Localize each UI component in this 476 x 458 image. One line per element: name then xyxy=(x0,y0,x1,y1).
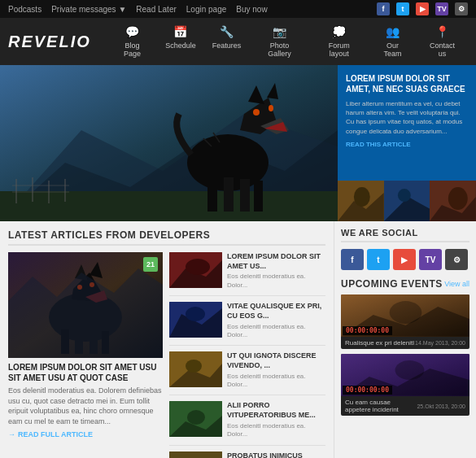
twitter-social-btn[interactable]: t xyxy=(367,249,390,270)
events-section-title: UPCOMING EVENTS xyxy=(341,278,443,290)
hero-side-panel: LOREM IPSUM DOLOR SIT AMET, NE NEC SUAS … xyxy=(338,65,476,221)
articles-section-title: LATEST ARTICLES FROM DEVELOPERS xyxy=(8,229,325,246)
svg-point-17 xyxy=(269,105,273,111)
forum-icon: 💭 xyxy=(332,25,346,38)
sidebar: WE ARE SOCIAL f t ▶ TV ⚙ UPCOMING EVENTS… xyxy=(334,221,476,458)
nav-schedule-label: Schedule xyxy=(165,41,196,50)
steam-topbar-icon[interactable]: ⚙ xyxy=(455,2,468,15)
svg-point-32 xyxy=(448,187,468,210)
event-date-1: 25.Okt 2013, 20:00 xyxy=(417,403,465,409)
articles-grid: 21 LOREM IPSUM DOLOR SIT AMET USU SIT AM… xyxy=(8,252,325,458)
nav-blog[interactable]: 💬 Blog Page xyxy=(107,19,157,64)
hero-creature-bg xyxy=(0,65,338,221)
svg-marker-45 xyxy=(8,268,163,358)
hero-thumb-2[interactable] xyxy=(384,181,430,221)
nav-forum[interactable]: 💭 Forum layout xyxy=(310,19,369,64)
article-title-1: VITAE QUALISQUE EX PRI, CU EOS G... xyxy=(227,302,325,321)
buy-link[interactable]: Buy now xyxy=(236,5,267,14)
schedule-icon: 📅 xyxy=(173,25,187,38)
svg-rect-19 xyxy=(224,177,234,212)
nav-blog-label: Blog Page xyxy=(116,41,149,58)
event-card-0: 00:00:00:00 Rualisque ex pri delenitl 14… xyxy=(341,294,469,349)
facebook-topbar-icon[interactable]: f xyxy=(377,2,390,15)
svg-point-66 xyxy=(390,301,422,324)
content-area: LATEST ARTICLES FROM DEVELOPERS xyxy=(0,221,334,458)
top-bar: Podcasts Private messages ▼ Read Later L… xyxy=(0,0,476,18)
article-title-4: PROBATUS INIMICUS ELOQUENTIA... xyxy=(227,451,325,458)
hero-side-content: LOREM IPSUM DOLOR SIT AMET, NE NEC SUAS … xyxy=(338,65,476,181)
featured-article: 21 LOREM IPSUM DOLOR SIT AMET USU SIT AM… xyxy=(8,252,163,458)
svg-point-26 xyxy=(354,187,370,207)
podcasts-link[interactable]: Podcasts xyxy=(8,5,41,14)
social-section: WE ARE SOCIAL f t ▶ TV ⚙ xyxy=(341,228,469,270)
hero-side-desc: Liber alterum mentitum ea vel, cu debet … xyxy=(346,99,468,136)
article-text-0: LOREM IPSUM DOLOR SIT AMET US... Eos del… xyxy=(227,252,325,290)
read-later-link[interactable]: Read Later xyxy=(136,5,176,14)
twitch-social-btn[interactable]: TV xyxy=(419,249,442,270)
hero-banner: LOREM IPSUM DOLOR SIT AMET, NE NEC SUAS … xyxy=(0,65,476,221)
hero-background-svg xyxy=(0,65,338,221)
blog-icon: 💬 xyxy=(125,25,139,38)
svg-point-69 xyxy=(395,360,425,380)
featured-article-desc: Eos delenitl moderatius ea. Dolorem defi… xyxy=(8,386,163,426)
svg-rect-20 xyxy=(240,179,250,212)
nav-gallery[interactable]: 📷 Photo Gallery xyxy=(249,19,309,64)
private-messages-link[interactable]: Private messages ▼ xyxy=(51,5,126,14)
list-item: ALII PORRO VITUPERATORIBUS ME... Eos del… xyxy=(169,401,325,445)
nav-team[interactable]: 👥 Our Team xyxy=(369,19,417,64)
article-img-4 xyxy=(169,451,222,458)
read-full-article-link[interactable]: READ FULL ARTICLE xyxy=(8,430,163,438)
features-icon: 🔧 xyxy=(220,25,234,38)
hero-thumb-3[interactable] xyxy=(430,181,476,221)
article-desc-0: Eos delenitl moderatius ea. Dolor... xyxy=(227,273,325,290)
youtube-topbar-icon[interactable]: ▶ xyxy=(416,2,429,15)
nav-schedule[interactable]: 📅 Schedule xyxy=(157,19,204,64)
hero-thumb-1[interactable] xyxy=(338,181,384,221)
article-text-3: ALII PORRO VITUPERATORIBUS ME... Eos del… xyxy=(227,401,325,438)
nav-contact-label: Contact us xyxy=(425,41,460,58)
facebook-social-btn[interactable]: f xyxy=(341,249,364,270)
list-item: PROBATUS INIMICUS ELOQUENTIA... Eos dele… xyxy=(169,451,325,458)
event-timer-0: 00:00:00:00 xyxy=(343,326,392,335)
event-info-0: Rualisque ex pri delenitl 14.May 2013, 2… xyxy=(341,337,469,349)
article-text-2: UT QUI IGNOTA DISCERE VIVENDO, ... Eos d… xyxy=(227,351,325,389)
event-card-1: 00:00:00:00 Cu eam causae appetere incid… xyxy=(341,354,469,416)
events-title-row: UPCOMING EVENTS View all xyxy=(341,278,469,290)
nav-team-label: Our Team xyxy=(377,41,408,58)
youtube-social-btn[interactable]: ▶ xyxy=(393,249,416,270)
top-bar-left: Podcasts Private messages ▼ Read Later L… xyxy=(8,5,268,14)
article-img-3 xyxy=(169,401,222,437)
featured-article-title: LOREM IPSUM DOLOR SIT AMET USU SIT AMET … xyxy=(8,362,163,383)
svg-point-54 xyxy=(186,360,202,373)
event-info-1: Cu eam causae appetere inciderint 25.Okt… xyxy=(341,396,469,416)
events-view-all-link[interactable]: View all xyxy=(444,280,469,288)
article-img-2 xyxy=(169,351,222,387)
nav-forum-label: Forum layout xyxy=(318,41,360,58)
featured-article-image: 21 xyxy=(8,252,163,358)
top-bar-right: f t ▶ TV ⚙ xyxy=(377,2,468,15)
nav-features[interactable]: 🔧 Features xyxy=(204,19,250,64)
nav-contact[interactable]: 📍 Contact us xyxy=(417,19,468,64)
events-section: UPCOMING EVENTS View all xyxy=(341,278,469,416)
svg-rect-21 xyxy=(254,181,263,212)
main-area: LATEST ARTICLES FROM DEVELOPERS xyxy=(0,221,476,458)
nav-features-label: Features xyxy=(212,41,242,50)
article-img-1 xyxy=(169,302,222,338)
event-timer-1: 00:00:00:00 xyxy=(343,386,392,395)
event-image-1: 00:00:00:00 xyxy=(341,354,469,396)
article-img-0 xyxy=(169,252,222,288)
svg-rect-58 xyxy=(169,451,222,458)
twitter-topbar-icon[interactable]: t xyxy=(396,2,409,15)
login-link[interactable]: Login page xyxy=(186,5,227,14)
list-item: VITAE QUALISQUE EX PRI, CU EOS G... Eos … xyxy=(169,302,325,346)
article-text-1: VITAE QUALISQUE EX PRI, CU EOS G... Eos … xyxy=(227,302,325,339)
steam-social-btn[interactable]: ⚙ xyxy=(445,249,468,270)
svg-rect-3 xyxy=(0,191,338,221)
read-this-article-link[interactable]: READ THIS ARTICLE xyxy=(346,141,468,148)
social-icons-row: f t ▶ TV ⚙ xyxy=(341,249,469,270)
twitch-topbar-icon[interactable]: TV xyxy=(435,2,448,15)
hero-thumbnails xyxy=(338,181,476,221)
article-title-3: ALII PORRO VITUPERATORIBUS ME... xyxy=(227,401,325,420)
nav-gallery-label: Photo Gallery xyxy=(257,41,301,58)
team-icon: 👥 xyxy=(386,25,400,38)
